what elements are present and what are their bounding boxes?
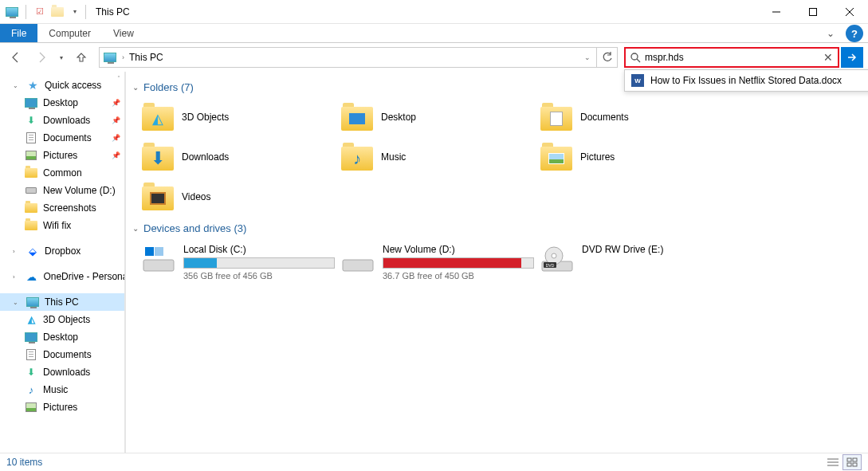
- view-large-icons-button[interactable]: [842, 454, 862, 470]
- folder-icon: ◭: [142, 103, 174, 131]
- sidebar-item-this-pc[interactable]: ⌄This PC: [0, 293, 125, 311]
- title-bar: ☑ ▾ This PC: [0, 0, 868, 24]
- section-drives-header[interactable]: ⌄Devices and drives (3): [132, 222, 860, 234]
- folder-icon: ⬇: [142, 143, 174, 171]
- sidebar-item-label: Documents: [43, 132, 92, 143]
- sidebar-item-label: Quick access: [45, 80, 101, 91]
- sidebar-item-dropbox[interactable]: ›⬙Dropbox: [0, 242, 125, 260]
- tab-file[interactable]: File: [0, 24, 37, 42]
- section-label: Devices and drives (3): [143, 222, 246, 234]
- folder-label: 3D Objects: [182, 112, 229, 123]
- sidebar-item-quick-access[interactable]: ⌄★Quick access: [0, 77, 125, 94]
- folder-videos[interactable]: Videos: [132, 179, 332, 219]
- search-suggestion-label: How to Fix Issues in Netflix Stored Data…: [650, 75, 842, 86]
- nav-back-button[interactable]: [5, 46, 27, 69]
- svg-rect-6: [143, 260, 174, 271]
- minimize-button[interactable]: [758, 0, 795, 24]
- folder-3d-objects[interactable]: ◭3D Objects: [132, 100, 332, 139]
- ribbon-expand-icon[interactable]: ⌄: [819, 24, 842, 42]
- folder-documents[interactable]: Documents: [531, 100, 730, 139]
- address-pc-icon: [101, 49, 119, 66]
- sidebar-item-pc-downloads[interactable]: ⬇Downloads: [0, 363, 125, 381]
- chevron-down-icon: ⌄: [132, 224, 139, 233]
- svg-rect-1: [810, 8, 817, 15]
- folder-downloads[interactable]: ⬇Downloads: [132, 139, 332, 179]
- qat-customize-dropdown[interactable]: ▾: [68, 5, 82, 19]
- chevron-down-icon: ⌄: [132, 83, 139, 92]
- app-icon[interactable]: [5, 5, 19, 19]
- drive-name: New Volume (D:): [383, 244, 534, 255]
- nav-forward-button[interactable]: [30, 46, 53, 69]
- sidebar-item-onedrive[interactable]: ›☁OneDrive - Personal: [0, 268, 125, 285]
- folder-music[interactable]: ♪Music: [332, 139, 531, 179]
- view-details-button[interactable]: [823, 454, 842, 470]
- nav-recent-dropdown[interactable]: ▾: [56, 46, 67, 69]
- sidebar-item-label: Pictures: [43, 150, 77, 161]
- sidebar-item-desktop[interactable]: Desktop📌: [0, 94, 125, 112]
- sidebar-item-downloads[interactable]: ⬇Downloads📌: [0, 112, 125, 129]
- sidebar-item-wifi-fix[interactable]: Wifi fix: [0, 217, 125, 234]
- address-bar[interactable]: › This PC ⌄: [99, 47, 618, 68]
- drive-icon: [24, 184, 38, 197]
- folder-pictures[interactable]: Pictures: [531, 139, 730, 179]
- search-clear-button[interactable]: ✕: [819, 51, 838, 64]
- folder-label: Pictures: [580, 151, 615, 163]
- qat-properties-icon[interactable]: ☑: [33, 5, 47, 19]
- search-suggestion-item[interactable]: W How to Fix Issues in Netflix Stored Da…: [625, 70, 868, 91]
- sidebar-item-pc-pictures[interactable]: Pictures: [0, 398, 125, 416]
- refresh-button[interactable]: [596, 48, 617, 67]
- sidebar-scroll-up[interactable]: ˄: [112, 72, 125, 84]
- sidebar-item-pc-desktop[interactable]: Desktop: [0, 328, 125, 346]
- folder-icon: [24, 202, 38, 214]
- tab-view[interactable]: View: [102, 24, 145, 42]
- pin-icon: 📌: [112, 116, 125, 124]
- search-go-button[interactable]: [841, 47, 863, 68]
- qat-new-folder-icon[interactable]: [50, 5, 65, 19]
- sidebar-item-label: Screenshots: [43, 202, 96, 214]
- address-location[interactable]: This PC: [128, 52, 163, 63]
- sidebar-item-documents[interactable]: Documents📌: [0, 129, 125, 147]
- sidebar-item-pc-music[interactable]: ♪Music: [0, 381, 125, 398]
- folder-icon: [540, 103, 572, 131]
- search-box[interactable]: ✕: [624, 47, 839, 68]
- sidebar-item-screenshots[interactable]: Screenshots: [0, 199, 125, 217]
- drive-name: Local Disk (C:): [183, 244, 335, 255]
- sidebar-item-label: Wifi fix: [43, 220, 71, 231]
- svg-point-4: [631, 53, 638, 60]
- svg-rect-18: [847, 458, 851, 461]
- svg-point-12: [552, 253, 556, 258]
- folder-label: Documents: [580, 112, 629, 123]
- dropbox-icon: ⬙: [26, 245, 40, 257]
- sidebar-item-common[interactable]: Common: [0, 164, 125, 182]
- svg-rect-21: [853, 463, 857, 466]
- folder-desktop[interactable]: Desktop: [332, 100, 531, 139]
- nav-up-button[interactable]: [70, 46, 92, 69]
- svg-rect-19: [853, 458, 857, 461]
- address-history-dropdown[interactable]: ⌄: [579, 48, 596, 67]
- sidebar-item-new-volume[interactable]: New Volume (D:): [0, 182, 125, 199]
- sidebar-item-pc-documents[interactable]: Documents: [0, 346, 125, 363]
- folder-icon: [540, 143, 572, 171]
- desktop-icon: [24, 331, 38, 343]
- sidebar-item-label: This PC: [45, 296, 79, 308]
- folder-icon: [142, 183, 174, 211]
- maximize-button[interactable]: [795, 0, 831, 24]
- drive-new-volume-d[interactable]: New Volume (D:) 36.7 GB free of 450 GB: [332, 241, 531, 288]
- sidebar-item-pictures[interactable]: Pictures📌: [0, 147, 125, 164]
- search-input[interactable]: [645, 49, 819, 65]
- sidebar-item-label: Common: [43, 167, 82, 179]
- close-button[interactable]: [831, 0, 868, 24]
- help-icon[interactable]: ?: [846, 25, 863, 42]
- music-icon: ♪: [24, 383, 38, 396]
- search-icon: [626, 52, 645, 63]
- folder-icon: [24, 219, 38, 232]
- sidebar-item-label: Downloads: [43, 367, 90, 378]
- svg-line-3: [846, 8, 854, 16]
- drive-dvd-rw-e[interactable]: DVD DVD RW Drive (E:): [531, 241, 730, 288]
- chevron-right-icon[interactable]: ›: [119, 53, 128, 61]
- svg-rect-8: [155, 247, 163, 256]
- drive-local-disk-c[interactable]: Local Disk (C:) 356 GB free of 456 GB: [132, 241, 332, 288]
- sidebar-item-3d-objects[interactable]: ◭3D Objects: [0, 311, 125, 328]
- pin-icon: 📌: [112, 99, 125, 107]
- tab-computer[interactable]: Computer: [37, 24, 102, 42]
